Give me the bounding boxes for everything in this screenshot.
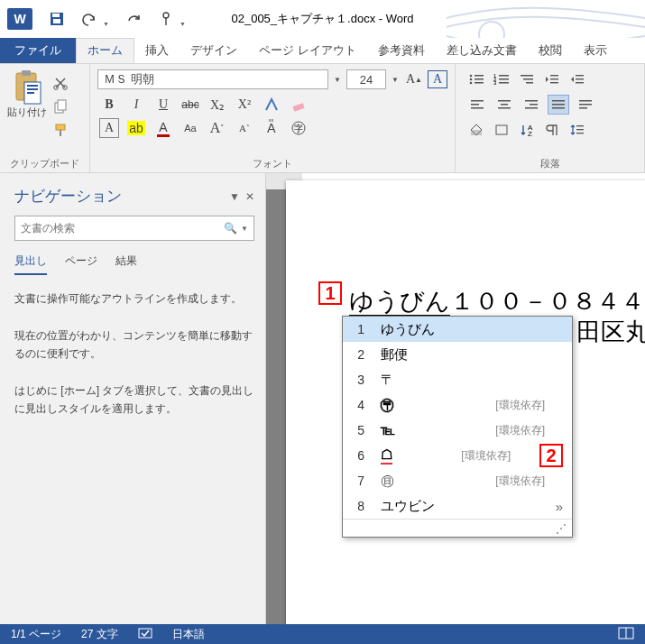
dropdown-icon[interactable]: ▼ (180, 21, 186, 27)
svg-rect-6 (22, 70, 31, 76)
clear-format-icon[interactable] (289, 95, 309, 115)
distribute-icon[interactable] (575, 95, 596, 115)
dropdown-icon[interactable]: ▼ (103, 21, 109, 27)
font-name-input[interactable]: ＭＳ 明朝 (97, 69, 328, 89)
ime-candidate[interactable]: 1ゆうびん (343, 317, 572, 342)
ime-candidate[interactable]: 3〒 (343, 367, 572, 392)
touch-mode-icon[interactable] (158, 11, 174, 27)
svg-rect-40 (576, 82, 584, 83)
word-app-icon: W (7, 8, 32, 30)
strike-button[interactable]: abc (180, 95, 200, 115)
sort-icon[interactable]: AZ (517, 120, 537, 140)
svg-rect-23 (475, 78, 484, 80)
ime-candidate[interactable]: 5℡[環境依存] (343, 418, 572, 443)
svg-rect-48 (530, 104, 538, 106)
numbering-icon[interactable]: 123 (492, 69, 511, 89)
status-page[interactable]: 1/1 ページ (11, 627, 61, 642)
align-center-icon[interactable] (493, 95, 515, 115)
change-case-icon[interactable]: Aa (180, 118, 200, 138)
ime-candidate[interactable]: 7㊐[環境依存] (343, 468, 572, 493)
shading-icon[interactable] (466, 120, 486, 140)
ruby-icon[interactable]: A̎ (262, 118, 281, 138)
svg-rect-17 (292, 103, 304, 112)
ime-candidate[interactable]: 6☖[環境依存] 2 (343, 443, 572, 468)
redo-icon[interactable] (125, 11, 142, 27)
multilevel-icon[interactable] (517, 69, 537, 89)
status-bar: 1/1 ページ 27 文字 日本語 (0, 624, 645, 644)
cut-icon[interactable] (52, 75, 69, 91)
ime-footer: ⋰ (343, 519, 572, 537)
paste-button[interactable]: 貼り付け (7, 69, 47, 138)
text-effects-icon[interactable] (262, 95, 281, 115)
tab-layout[interactable]: ページ レイアウト (248, 38, 367, 63)
svg-rect-27 (499, 75, 509, 77)
search-icon[interactable]: 🔍 (224, 222, 237, 235)
dropdown-icon[interactable]: ▼ (229, 190, 240, 203)
tab-view[interactable]: 表示 (573, 38, 618, 63)
svg-rect-2 (53, 19, 60, 23)
svg-text:Z: Z (528, 130, 532, 137)
undo-icon[interactable] (81, 11, 97, 27)
dropdown-icon[interactable]: ▼ (332, 76, 343, 84)
bullets-icon[interactable] (466, 69, 486, 89)
document-page[interactable]: 1 ゆうびん１００－０８４４ 田区丸の内２－７ 1ゆうびん 2郵便 3〒 4〶[… (286, 180, 645, 624)
shrink-font-icon[interactable]: A˅ (207, 118, 227, 138)
ime-candidate[interactable]: 2郵便 (343, 342, 572, 367)
tab-mailings[interactable]: 差し込み文書 (436, 38, 528, 63)
svg-rect-56 (471, 130, 482, 135)
enclose-icon[interactable]: 字 (289, 118, 309, 138)
nav-tab-pages[interactable]: ページ (65, 253, 97, 275)
underline-button[interactable]: U (153, 95, 173, 115)
close-icon[interactable]: ✕ (245, 190, 254, 203)
tab-file[interactable]: ファイル (0, 38, 76, 63)
grow-font-icon[interactable]: A▲ (404, 69, 424, 89)
borders-icon[interactable] (492, 120, 511, 140)
status-word-count[interactable]: 27 文字 (81, 627, 118, 642)
resize-icon[interactable]: ⋰ (556, 522, 567, 535)
tab-home[interactable]: ホーム (76, 38, 134, 63)
svg-rect-35 (550, 75, 558, 76)
svg-rect-53 (579, 100, 592, 102)
svg-rect-1 (52, 14, 60, 17)
char-shading-icon[interactable]: A (99, 118, 119, 138)
search-input[interactable] (21, 222, 224, 235)
status-language[interactable]: 日本語 (172, 627, 205, 642)
nav-tab-headings[interactable]: 見出し (14, 253, 47, 275)
tab-insert[interactable]: 挿入 (134, 38, 180, 63)
format-painter-icon[interactable] (52, 122, 69, 138)
view-readmode-icon[interactable] (618, 627, 634, 642)
font-color-icon[interactable]: A (153, 118, 173, 138)
increase-indent-icon[interactable] (567, 69, 587, 89)
font-size-input[interactable]: 24 (346, 69, 386, 89)
subscript-button[interactable]: X₂ (207, 95, 227, 115)
line-spacing-icon[interactable] (567, 120, 587, 140)
nav-search-box[interactable]: 🔍 ▼ (14, 216, 254, 241)
decrease-indent-icon[interactable] (542, 69, 562, 89)
document-line-1: ゆうびん１００－０８４４ (349, 285, 645, 317)
nav-tab-results[interactable]: 結果 (115, 253, 137, 275)
text-box-icon[interactable]: A (428, 70, 447, 88)
ime-candidate[interactable]: 4〶[環境依存] (343, 392, 572, 418)
align-right-icon[interactable] (521, 95, 542, 115)
ime-candidate[interactable]: 8ユウビン» (343, 493, 572, 519)
proofing-icon[interactable] (138, 627, 152, 642)
save-icon[interactable] (49, 11, 65, 27)
justify-icon[interactable] (548, 95, 569, 115)
show-marks-icon[interactable] (542, 120, 562, 140)
svg-rect-29 (499, 78, 509, 80)
copy-icon[interactable] (52, 98, 69, 115)
svg-rect-15 (56, 124, 65, 130)
more-icon[interactable]: » (556, 499, 563, 514)
bold-button[interactable]: B (99, 95, 119, 115)
svg-rect-39 (576, 78, 584, 79)
dropdown-icon[interactable]: ▼ (390, 76, 401, 84)
tab-review[interactable]: 校閲 (528, 38, 573, 63)
align-left-icon[interactable] (466, 95, 488, 115)
italic-button[interactable]: I (126, 95, 146, 115)
tab-design[interactable]: デザイン (180, 38, 248, 63)
superscript-button[interactable]: X² (235, 95, 254, 115)
highlight-icon[interactable]: ab (126, 118, 146, 138)
dropdown-icon[interactable]: ▼ (241, 225, 248, 233)
tab-references[interactable]: 参考資料 (367, 38, 436, 63)
grow-font2-icon[interactable]: A˄ (235, 118, 254, 138)
